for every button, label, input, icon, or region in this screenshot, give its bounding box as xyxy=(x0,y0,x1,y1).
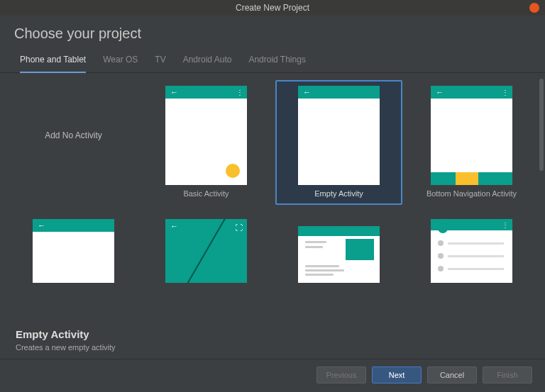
template-basic-activity[interactable]: ← ⋮ Basic Activity xyxy=(143,80,270,205)
window-title: Create New Project xyxy=(236,3,309,13)
finish-button[interactable]: Finish xyxy=(483,366,532,383)
template-thumbnail: ⋮ xyxy=(431,219,512,283)
template-label: Basic Activity xyxy=(183,189,229,199)
arrow-back-icon: ← xyxy=(436,88,444,96)
page-title: Choose your project xyxy=(0,16,545,49)
template-gallery: Add No Activity ← ⋮ Basic Activity ← xyxy=(0,73,545,323)
bottom-nav-icon xyxy=(431,172,512,185)
template-row2-2[interactable]: ← ⛶ xyxy=(143,213,270,289)
scrollbar[interactable] xyxy=(539,79,544,171)
window-titlebar: Create New Project xyxy=(0,0,545,16)
arrow-back-icon: ← xyxy=(38,221,45,230)
menu-icon: ⋮ xyxy=(236,89,242,96)
template-empty-activity[interactable]: ← Empty Activity xyxy=(275,80,402,205)
previous-button[interactable]: Previous xyxy=(316,366,366,383)
template-thumbnail: ← ⛶ xyxy=(165,219,247,283)
next-button[interactable]: Next xyxy=(372,366,422,383)
template-row2-3[interactable] xyxy=(275,213,402,289)
template-row2-1[interactable]: ← xyxy=(10,213,137,289)
cancel-button[interactable]: Cancel xyxy=(427,366,477,383)
fullscreen-icon: ⛶ xyxy=(235,223,243,232)
template-label: Empty Activity xyxy=(314,189,363,199)
arrow-back-icon: ← xyxy=(170,88,178,96)
description-title: Empty Activity xyxy=(16,328,529,340)
fab-icon xyxy=(226,164,240,178)
template-thumbnail: ← xyxy=(298,86,380,185)
template-label: Bottom Navigation Activity xyxy=(426,189,517,199)
tab-tv[interactable]: TV xyxy=(155,49,165,72)
wizard-footer: Previous Next Cancel Finish xyxy=(0,359,545,392)
template-add-no-activity[interactable]: Add No Activity xyxy=(10,80,137,205)
tab-android-auto[interactable]: Android Auto xyxy=(183,49,232,72)
close-icon[interactable] xyxy=(529,3,539,13)
arrow-back-icon: ← xyxy=(303,88,311,96)
arrow-back-icon: ← xyxy=(170,222,178,230)
description-subtitle: Creates a new empty activity xyxy=(16,343,529,352)
template-thumbnail xyxy=(298,226,380,283)
menu-icon: ⋮ xyxy=(502,221,507,229)
template-thumbnail: ← ⋮ xyxy=(165,86,247,185)
description-panel: Empty Activity Creates a new empty activ… xyxy=(0,323,545,359)
tab-phone-tablet[interactable]: Phone and Tablet xyxy=(20,49,86,73)
template-bottom-navigation-activity[interactable]: ← ⋮ Bottom Navigation Activity xyxy=(408,80,535,205)
device-tabs: Phone and Tablet Wear OS TV Android Auto… xyxy=(0,49,545,73)
tab-wear-os[interactable]: Wear OS xyxy=(103,49,138,72)
template-thumbnail: Add No Activity xyxy=(33,86,114,185)
tab-android-things[interactable]: Android Things xyxy=(248,49,306,72)
template-row2-4[interactable]: ⋮ xyxy=(408,213,535,289)
template-thumbnail: ← ⋮ xyxy=(431,86,512,185)
menu-icon: ⋮ xyxy=(502,89,507,96)
template-thumbnail: ← xyxy=(33,219,114,283)
